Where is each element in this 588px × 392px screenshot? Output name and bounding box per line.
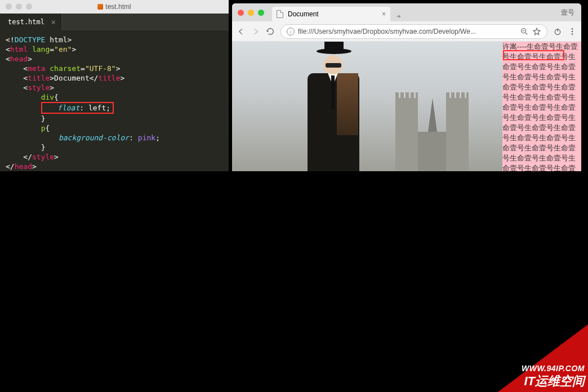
traffic-max-icon[interactable] (26, 3, 32, 10)
star-icon[interactable] (532, 27, 541, 36)
code-editor: test.html × <!DOCTYPE html> <html lang="… (0, 14, 229, 171)
close-icon[interactable]: × (51, 17, 56, 26)
file-page-icon (277, 10, 283, 18)
watermark: WWW.94IP.COM IT运维空间 (498, 324, 588, 392)
traffic-max-icon[interactable] (258, 10, 264, 16)
svg-point-2 (572, 28, 573, 30)
traffic-lights (232, 10, 270, 16)
url-text: file:///Users/smyhvae/Dropbox/smyhvae.co… (298, 28, 516, 35)
svg-point-3 (572, 30, 573, 32)
browser-window: Document × 壹号 i file:///Users/smyhvae/Dr… (232, 3, 581, 171)
close-icon[interactable]: × (382, 10, 386, 18)
power-icon[interactable] (553, 27, 562, 36)
traffic-min-icon[interactable] (248, 10, 254, 16)
doctype-keyword: DOCTYPE (15, 35, 46, 44)
info-icon[interactable]: i (287, 28, 295, 35)
floated-image (232, 42, 502, 171)
editor-tab-label: test.html (8, 18, 44, 26)
browser-tab-label: Document (288, 10, 319, 18)
file-html-icon (97, 4, 103, 10)
highlighted-float-rule: float: left; (41, 102, 114, 114)
editor-window-title: test.html (97, 3, 131, 11)
browser-toolbar: i file:///Users/smyhvae/Dropbox/smyhvae.… (232, 21, 581, 42)
back-button[interactable] (237, 27, 246, 36)
traffic-min-icon[interactable] (16, 3, 22, 10)
traffic-close-icon[interactable] (238, 10, 244, 16)
zoom-icon[interactable] (520, 27, 529, 36)
reload-button[interactable] (266, 27, 275, 36)
cathedral-illustration (378, 87, 497, 171)
forward-button[interactable] (251, 27, 260, 36)
code-content[interactable]: <!DOCTYPE html> <html lang="en"> <head> … (0, 30, 229, 176)
svg-point-4 (572, 33, 573, 35)
browser-tab[interactable]: Document × (272, 7, 390, 21)
browser-tabstrip: Document × 壹号 (232, 3, 581, 21)
browser-viewport: 许嵩----生命壹号生命壹号生命壹号生命壹号生命壹号生命壹号生命壹号生命壹号生命… (232, 42, 581, 171)
traffic-lights-inactive (6, 3, 32, 10)
menu-icon[interactable] (568, 27, 577, 36)
profile-badge[interactable]: 壹号 (554, 8, 581, 17)
annotation-first-chars (503, 50, 564, 60)
editor-tab-test-html[interactable]: test.html × (0, 14, 61, 30)
editor-system-titlebar: test.html (0, 0, 229, 14)
editor-tabs: test.html × (0, 14, 229, 30)
watermark-url: WWW.94IP.COM (522, 364, 585, 373)
person-illustration (288, 42, 367, 171)
editor-window-file-label: test.html (105, 3, 131, 11)
watermark-title: IT运维空间 (522, 373, 585, 390)
new-tab-button[interactable] (394, 11, 405, 21)
traffic-close-icon[interactable] (6, 3, 12, 10)
address-bar[interactable]: i file:///Users/smyhvae/Dropbox/smyhvae.… (280, 24, 547, 39)
